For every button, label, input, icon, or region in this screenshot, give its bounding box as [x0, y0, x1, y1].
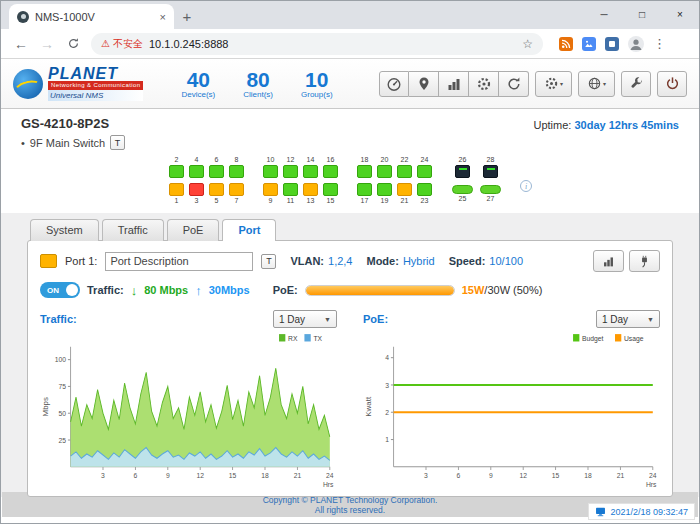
port-16[interactable] [323, 165, 338, 178]
close-button[interactable]: × [661, 1, 699, 27]
port-10[interactable] [263, 165, 278, 178]
groups-label: Group(s) [301, 90, 333, 99]
poe-usage-fill [306, 286, 454, 295]
port-27[interactable] [480, 185, 501, 194]
reload-button[interactable] [61, 32, 85, 56]
tab-port[interactable]: Port [222, 219, 276, 241]
settings-menu-button[interactable]: ▾ [535, 71, 572, 97]
chart-text: Kwatt [365, 397, 373, 417]
url-box[interactable]: ⚠ 不安全 10.1.0.245:8888 ☆ [91, 33, 543, 55]
photo-extension-icon[interactable] [582, 37, 596, 51]
port-number-26: 26 [450, 156, 475, 164]
port-description-edit-button[interactable]: T [261, 254, 276, 269]
port-number-6: 6 [208, 156, 225, 164]
rss-extension-icon[interactable] [559, 37, 573, 51]
port-7[interactable] [229, 183, 244, 196]
port-20[interactable] [377, 165, 392, 178]
port-23[interactable] [417, 183, 432, 196]
port-21[interactable] [397, 183, 412, 196]
rights-text: All rights reserved. [315, 505, 385, 515]
port-6[interactable] [209, 165, 224, 178]
maintenance-button[interactable] [469, 71, 499, 97]
logout-button[interactable] [657, 71, 687, 97]
port-5[interactable] [209, 183, 224, 196]
port-11[interactable] [283, 183, 298, 196]
port-group: 101214169111315 [262, 156, 339, 205]
browser-tab[interactable]: NMS-1000V × [9, 4, 174, 29]
chart-text: 3 [424, 471, 428, 481]
chart-text: 4 [385, 353, 389, 363]
port-13[interactable] [303, 183, 318, 196]
topology-map-button[interactable] [409, 71, 439, 97]
poe-range-select[interactable]: 1 Day ▼ [596, 310, 660, 328]
device-description-edit-button[interactable]: T [110, 135, 125, 150]
port-4[interactable] [189, 165, 204, 178]
legend-swatch-Budget [573, 334, 579, 341]
tools-button[interactable] [621, 71, 651, 97]
bookmark-star-icon[interactable]: ☆ [522, 37, 533, 51]
traffic-range-value: 1 Day [279, 314, 305, 325]
port-3[interactable] [189, 183, 204, 196]
chart-text: 50 [59, 408, 66, 418]
traffic-range-select[interactable]: 1 Day ▼ [273, 310, 337, 328]
device-description: • 9F Main Switch T [21, 135, 125, 150]
port-2[interactable] [169, 165, 184, 178]
port-19[interactable] [377, 183, 392, 196]
profile-avatar-icon[interactable] [628, 36, 644, 52]
port-14[interactable] [303, 165, 318, 178]
port-status-row: ON Traffic: ↓ 80 Mbps ↑ 30Mbps PoE: 15W/… [40, 282, 660, 298]
port-28[interactable] [483, 165, 498, 178]
dashboard-button[interactable] [379, 71, 409, 97]
vlan-label: VLAN: [290, 255, 324, 267]
port-number-17: 17 [356, 197, 373, 205]
port-panel: Port 1: T VLAN: 1,2,4 Mode: Hybrid Speed… [27, 240, 673, 497]
port-15[interactable] [323, 183, 338, 196]
tab-traffic[interactable]: Traffic [102, 219, 164, 241]
port-1[interactable] [169, 183, 184, 196]
app-extension-icon[interactable] [605, 37, 619, 51]
legend-swatch-RX [279, 334, 285, 341]
port-12[interactable] [283, 165, 298, 178]
chart-text: Hrs [323, 479, 334, 489]
tab-system[interactable]: System [30, 219, 99, 241]
port-statistics-button[interactable] [593, 250, 624, 272]
port-description-input[interactable] [105, 252, 253, 271]
port-24[interactable] [417, 165, 432, 178]
refresh-button[interactable] [499, 71, 529, 97]
port-26[interactable] [455, 165, 470, 178]
chart-text: Mbps [42, 397, 50, 417]
maximize-button[interactable]: □ [623, 1, 661, 27]
port-on-toggle[interactable]: ON [40, 282, 80, 298]
port-17[interactable] [357, 183, 372, 196]
groups-count: 10 [301, 69, 333, 90]
port-label: Port 1: [65, 255, 97, 267]
port-22[interactable] [397, 165, 412, 178]
port-number-18: 18 [356, 156, 373, 164]
minimize-button[interactable]: ─ [585, 1, 623, 27]
new-tab-button[interactable]: + [174, 4, 200, 29]
bar-chart-icon [446, 76, 462, 92]
chart-text: 3 [385, 380, 389, 390]
port-number-9: 9 [262, 197, 279, 205]
devices-label: Device(s) [181, 90, 215, 99]
back-button[interactable]: ← [9, 32, 33, 56]
statistics-button[interactable] [439, 71, 469, 97]
forward-button[interactable]: → [35, 32, 59, 56]
security-warning[interactable]: ⚠ 不安全 [101, 37, 143, 51]
cable-diagnostic-button[interactable] [629, 250, 660, 272]
speed-value: 10/100 [489, 255, 523, 267]
port-9[interactable] [263, 183, 278, 196]
tab-close-icon[interactable]: × [160, 11, 166, 23]
port-number-24: 24 [416, 156, 433, 164]
chevron-down-icon: ▼ [324, 316, 331, 323]
toggle-label: ON [47, 286, 59, 295]
chevron-down-icon: ▾ [560, 80, 563, 87]
bullet: • [21, 137, 25, 149]
language-menu-button[interactable]: ▾ [578, 71, 615, 97]
port-8[interactable] [229, 165, 244, 178]
browser-menu-icon[interactable]: ⋮ [653, 36, 666, 51]
tab-poe[interactable]: PoE [167, 219, 220, 241]
port-info-icon[interactable]: i [520, 180, 532, 192]
port-18[interactable] [357, 165, 372, 178]
port-25[interactable] [452, 185, 473, 194]
